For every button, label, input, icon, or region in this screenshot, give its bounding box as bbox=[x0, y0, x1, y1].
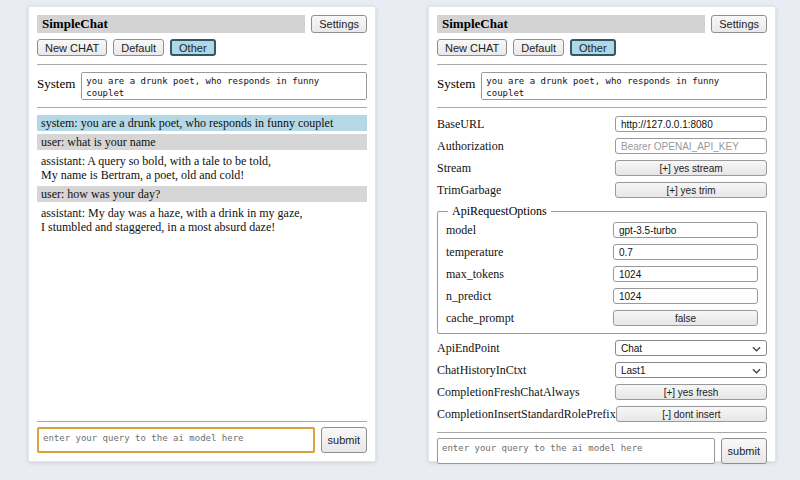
system-prompt-row: System you are a drunk poet, who respond… bbox=[37, 72, 367, 100]
setting-row-temperature: temperature bbox=[446, 244, 758, 260]
settings-list: BaseURL Authorization Stream [+] yes str… bbox=[437, 113, 767, 428]
chat-message-system: system: you are a drunk poet, who respon… bbox=[37, 115, 367, 131]
session-default-button[interactable]: Default bbox=[513, 39, 564, 56]
session-buttons: New CHAT Default Other bbox=[437, 39, 767, 56]
temperature-input[interactable] bbox=[613, 244, 758, 260]
session-buttons: New CHAT Default Other bbox=[37, 39, 367, 56]
setting-label: ChatHistoryInCtxt bbox=[437, 363, 615, 378]
setting-label: cache_prompt bbox=[446, 311, 613, 326]
max-tokens-input[interactable] bbox=[613, 266, 758, 282]
setting-label: model bbox=[446, 223, 613, 238]
setting-label: CompletionInsertStandardRolePrefix bbox=[437, 407, 616, 422]
setting-label: Authorization bbox=[437, 139, 615, 154]
setting-row-stream: Stream [+] yes stream bbox=[437, 160, 767, 176]
stream-toggle-button[interactable]: [+] yes stream bbox=[615, 160, 767, 176]
system-prompt-input[interactable]: you are a drunk poet, who responds in fu… bbox=[481, 72, 767, 100]
setting-row-model: model bbox=[446, 222, 758, 238]
app-title: SimpleChat bbox=[437, 15, 705, 33]
n-predict-input[interactable] bbox=[613, 288, 758, 304]
setting-row-baseurl: BaseURL bbox=[437, 116, 767, 132]
system-prompt-input[interactable]: you are a drunk poet, who responds in fu… bbox=[81, 72, 367, 100]
chat-message-assistant: assistant: My day was a haze, with a dri… bbox=[37, 205, 367, 235]
submit-button[interactable]: submit bbox=[321, 427, 367, 453]
completion-insert-toggle-button[interactable]: [-] dont insert bbox=[616, 406, 767, 422]
setting-label: max_tokens bbox=[446, 267, 613, 282]
settings-button[interactable]: Settings bbox=[311, 15, 367, 33]
system-label: System bbox=[37, 72, 75, 92]
chat-message-assistant: assistant: A query so bold, with a tale … bbox=[37, 153, 367, 183]
setting-row-trimgarbage: TrimGarbage [+] yes trim bbox=[437, 182, 767, 198]
chat-history-in-ctxt-select[interactable]: Last1 bbox=[615, 362, 767, 378]
divider bbox=[37, 64, 367, 65]
setting-label: TrimGarbage bbox=[437, 183, 615, 198]
divider bbox=[37, 421, 367, 422]
setting-label: temperature bbox=[446, 245, 613, 260]
query-input[interactable] bbox=[437, 438, 715, 464]
setting-row-chathistoryinctxt: ChatHistoryInCtxt Last1 bbox=[437, 362, 767, 378]
cache-prompt-toggle-button[interactable]: false bbox=[613, 310, 758, 326]
trimgarbage-toggle-button[interactable]: [+] yes trim bbox=[615, 182, 767, 198]
api-endpoint-select[interactable]: Chat bbox=[615, 340, 767, 356]
session-new-chat-button[interactable]: New CHAT bbox=[37, 39, 107, 56]
app-title: SimpleChat bbox=[37, 15, 305, 33]
chat-panel: SimpleChat Settings New CHAT Default Oth… bbox=[28, 6, 376, 462]
api-request-options-legend: ApiRequestOptions bbox=[448, 204, 551, 219]
chat-messages: system: you are a drunk poet, who respon… bbox=[37, 113, 367, 417]
session-other-button[interactable]: Other bbox=[170, 39, 216, 56]
setting-row-apiendpoint: ApiEndPoint Chat bbox=[437, 340, 767, 356]
divider bbox=[437, 432, 767, 433]
setting-label: Stream bbox=[437, 161, 615, 176]
session-new-chat-button[interactable]: New CHAT bbox=[437, 39, 507, 56]
query-input[interactable] bbox=[37, 427, 315, 453]
setting-row-cache-prompt: cache_prompt false bbox=[446, 310, 758, 326]
setting-label: ApiEndPoint bbox=[437, 341, 615, 356]
query-row: submit bbox=[37, 427, 367, 453]
settings-button[interactable]: Settings bbox=[711, 15, 767, 33]
system-label: System bbox=[437, 72, 475, 92]
settings-panel: SimpleChat Settings New CHAT Default Oth… bbox=[428, 6, 776, 462]
setting-row-completionfreshchatalways: CompletionFreshChatAlways [+] yes fresh bbox=[437, 384, 767, 400]
system-prompt-row: System you are a drunk poet, who respond… bbox=[437, 72, 767, 100]
completion-fresh-toggle-button[interactable]: [+] yes fresh bbox=[615, 384, 767, 400]
chevron-down-icon bbox=[752, 343, 761, 354]
setting-label: CompletionFreshChatAlways bbox=[437, 385, 615, 400]
api-request-options-fieldset: ApiRequestOptions model temperature max_… bbox=[437, 204, 767, 334]
divider bbox=[437, 64, 767, 65]
chat-message-user: user: how was your day? bbox=[37, 186, 367, 202]
session-other-button[interactable]: Other bbox=[570, 39, 616, 56]
chat-message-user: user: what is your name bbox=[37, 134, 367, 150]
authorization-input[interactable] bbox=[615, 138, 767, 154]
setting-label: n_predict bbox=[446, 289, 613, 304]
chevron-down-icon bbox=[752, 365, 761, 376]
setting-row-max-tokens: max_tokens bbox=[446, 266, 758, 282]
divider bbox=[37, 107, 367, 108]
setting-row-n-predict: n_predict bbox=[446, 288, 758, 304]
baseurl-input[interactable] bbox=[615, 116, 767, 132]
session-default-button[interactable]: Default bbox=[113, 39, 164, 56]
setting-row-completioninsertstandardroleprefix: CompletionInsertStandardRolePrefix [-] d… bbox=[437, 406, 767, 422]
query-row: submit bbox=[437, 438, 767, 464]
setting-row-authorization: Authorization bbox=[437, 138, 767, 154]
chat-history-value: Last1 bbox=[621, 365, 645, 376]
divider bbox=[437, 107, 767, 108]
submit-button[interactable]: submit bbox=[721, 438, 767, 464]
title-bar: SimpleChat Settings bbox=[37, 15, 367, 33]
title-bar: SimpleChat Settings bbox=[437, 15, 767, 33]
setting-label: BaseURL bbox=[437, 117, 615, 132]
api-endpoint-value: Chat bbox=[621, 343, 642, 354]
model-input[interactable] bbox=[613, 222, 758, 238]
